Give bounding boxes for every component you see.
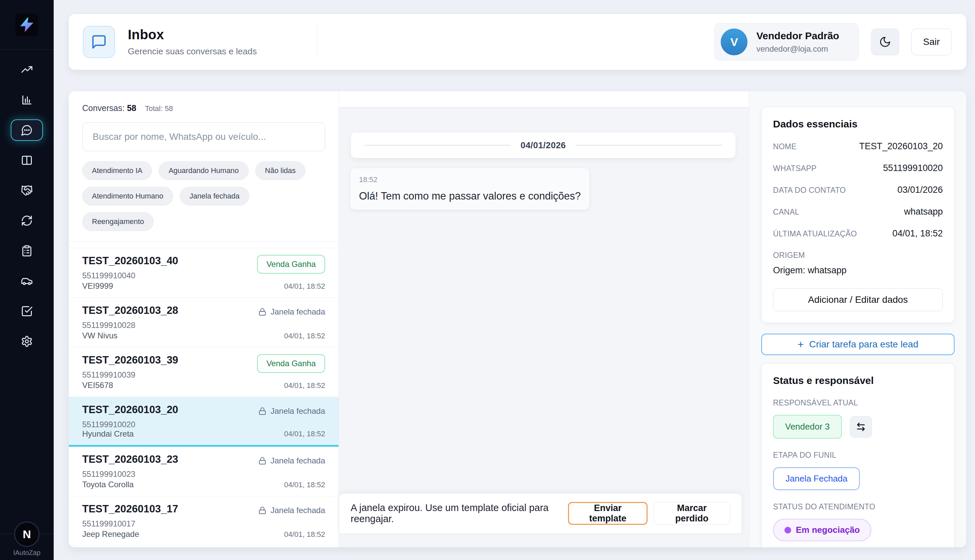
service-status-chip[interactable]: Em negociação bbox=[773, 519, 871, 541]
handshake-icon bbox=[21, 185, 33, 197]
swap-owner-button[interactable] bbox=[850, 416, 872, 438]
app-avatar[interactable]: N bbox=[14, 522, 40, 547]
essentials-value: 04/01, 18:52 bbox=[892, 228, 943, 239]
lock-icon bbox=[258, 507, 266, 514]
conversation-row[interactable]: TEST_20260103_39551199910039VEI5678Venda… bbox=[69, 347, 339, 397]
owner-label: RESPONSÁVEL ATUAL bbox=[773, 398, 943, 407]
lead-details-panel: Dados essenciais NOMETEST_20260103_20WHA… bbox=[749, 91, 966, 547]
conversation-row[interactable]: TEST_20260103_12551199910012Janela fecha… bbox=[69, 546, 339, 547]
plus-icon: + bbox=[798, 339, 804, 350]
conversation-phone: 551199910017 bbox=[82, 519, 178, 528]
sidebar-item-trending-up[interactable] bbox=[11, 59, 43, 80]
window-closed-badge: Janela fechada bbox=[258, 404, 325, 416]
car-icon bbox=[21, 275, 33, 287]
service-status-label: STATUS DO ATENDIMENTO bbox=[773, 502, 943, 512]
essentials-value: 03/01/2026 bbox=[898, 185, 943, 195]
bar-chart-icon bbox=[21, 94, 33, 106]
conversations-total: Total: 58 bbox=[145, 104, 173, 113]
conversation-row[interactable]: TEST_20260103_23551199910023Toyota Corol… bbox=[69, 447, 339, 496]
sidebar: N IAutoZap bbox=[0, 0, 54, 560]
mark-lost-button[interactable]: Marcar perdido bbox=[654, 502, 730, 525]
sidebar-item-handshake[interactable] bbox=[11, 180, 43, 201]
conversation-phone: 551199910023 bbox=[82, 470, 178, 479]
sidebar-item-kanban-columns[interactable] bbox=[11, 150, 43, 171]
window-closed-badge: Janela fechada bbox=[258, 453, 325, 465]
filter-chip[interactable]: Atendimento Humano bbox=[82, 187, 173, 205]
sidebar-item-clipboard-list[interactable] bbox=[11, 240, 43, 262]
conversation-vehicle: Jeep Renegade bbox=[82, 530, 178, 540]
conversation-phone: 551199910039 bbox=[82, 370, 178, 380]
conversation-row[interactable]: TEST_20260103_40551199910040VEI9999Venda… bbox=[69, 248, 339, 298]
user-pill[interactable]: V Vendedor Padrão vendedor@loja.com bbox=[714, 23, 859, 61]
moon-icon bbox=[879, 36, 891, 48]
conversation-vehicle: VEI5678 bbox=[82, 381, 178, 391]
essentials-row: ÚLTIMA ATUALIZAÇÃO04/01, 18:52 bbox=[773, 228, 943, 239]
conversations-count: Conversas: 58 bbox=[82, 103, 136, 113]
owner-chip[interactable]: Vendedor 3 bbox=[773, 415, 842, 438]
lock-icon bbox=[258, 407, 266, 415]
won-badge: Venda Ganha bbox=[257, 354, 325, 373]
conversation-phone: 551199910020 bbox=[82, 420, 178, 429]
essentials-label: NOME bbox=[773, 142, 796, 151]
conversation-name: TEST_20260103_17 bbox=[82, 503, 178, 515]
main-container: Conversas: 58 Total: 58 Atendimento IAAg… bbox=[69, 91, 966, 547]
refresh-icon bbox=[21, 215, 33, 227]
edit-data-button[interactable]: Adicionar / Editar dados bbox=[773, 288, 943, 311]
logout-button[interactable]: Sair bbox=[911, 28, 952, 55]
conversation-name: TEST_20260103_40 bbox=[82, 255, 178, 267]
essentials-row: WHATSAPP551199910020 bbox=[773, 163, 943, 173]
filter-chip[interactable]: Reengajamento bbox=[82, 212, 154, 231]
sidebar-item-chat-bubble[interactable] bbox=[11, 119, 43, 141]
create-task-button[interactable]: + Criar tarefa para este lead bbox=[761, 333, 955, 355]
lightning-bolt-icon bbox=[18, 16, 35, 33]
lock-icon bbox=[258, 457, 266, 465]
sidebar-item-refresh[interactable] bbox=[11, 210, 43, 232]
header-divider bbox=[317, 26, 317, 58]
send-template-button[interactable]: Enviar template bbox=[568, 502, 648, 525]
status-dot bbox=[785, 527, 791, 533]
conversations-panel: Conversas: 58 Total: 58 Atendimento IAAg… bbox=[69, 91, 339, 547]
conversation-row[interactable]: TEST_20260103_28551199910028VW NivusJane… bbox=[69, 298, 339, 347]
divider-line bbox=[575, 145, 722, 145]
filter-chip[interactable]: Atendimento IA bbox=[82, 161, 152, 180]
page-title: Inbox bbox=[128, 27, 257, 42]
filter-chip[interactable]: Não lidas bbox=[255, 161, 306, 180]
conversation-row[interactable]: TEST_20260103_20551199910020Hyundai Cret… bbox=[69, 397, 339, 447]
scrolled-item-sliver bbox=[69, 242, 339, 248]
essentials-row: DATA DO CONTATO03/01/2026 bbox=[773, 185, 943, 195]
essentials-label: WHATSAPP bbox=[773, 164, 816, 173]
search-input[interactable] bbox=[82, 122, 325, 151]
divider-line bbox=[364, 145, 511, 145]
conversation-name: TEST_20260103_28 bbox=[82, 305, 178, 317]
conversation-date: 04/01, 18:52 bbox=[284, 332, 325, 342]
origin-value: Origem: whatsapp bbox=[773, 265, 943, 276]
sidebar-item-gear[interactable] bbox=[11, 331, 43, 352]
conversation-date: 04/01, 18:52 bbox=[284, 480, 325, 491]
lock-icon bbox=[258, 308, 266, 316]
clipboard-list-icon bbox=[21, 245, 33, 257]
conversation-row[interactable]: TEST_20260103_17551199910017Jeep Renegad… bbox=[69, 496, 339, 546]
gear-icon bbox=[21, 335, 33, 347]
conversation-name: TEST_20260103_39 bbox=[82, 354, 178, 366]
conversation-date: 04/01, 18:52 bbox=[284, 530, 325, 540]
page-subtitle: Gerencie suas conversas e leads bbox=[128, 46, 257, 57]
sidebar-item-car[interactable] bbox=[11, 270, 43, 292]
theme-toggle-button[interactable] bbox=[871, 28, 899, 55]
app-logo[interactable] bbox=[15, 13, 38, 36]
sidebar-item-bar-chart[interactable] bbox=[11, 89, 43, 111]
status-title: Status e responsável bbox=[773, 375, 943, 386]
inbox-icon-tile bbox=[83, 26, 115, 58]
conversation-vehicle: VEI9999 bbox=[82, 281, 178, 292]
filter-chip[interactable]: Aguardando Humano bbox=[159, 161, 248, 180]
essentials-label: DATA DO CONTATO bbox=[773, 186, 846, 195]
funnel-stage-chip[interactable]: Janela Fechada bbox=[773, 467, 860, 490]
status-card: Status e responsável RESPONSÁVEL ATUAL V… bbox=[761, 363, 955, 547]
conversation-date: 04/01, 18:52 bbox=[284, 430, 325, 440]
sidebar-item-check-square[interactable] bbox=[11, 300, 43, 322]
conversation-vehicle: Toyota Corolla bbox=[82, 480, 178, 491]
essentials-row: CANALwhatsapp bbox=[773, 207, 943, 217]
message-square-icon bbox=[91, 34, 107, 50]
won-badge: Venda Ganha bbox=[257, 255, 325, 273]
filter-chip[interactable]: Janela fechada bbox=[180, 187, 249, 205]
conversation-date: 04/01, 18:52 bbox=[284, 381, 325, 391]
